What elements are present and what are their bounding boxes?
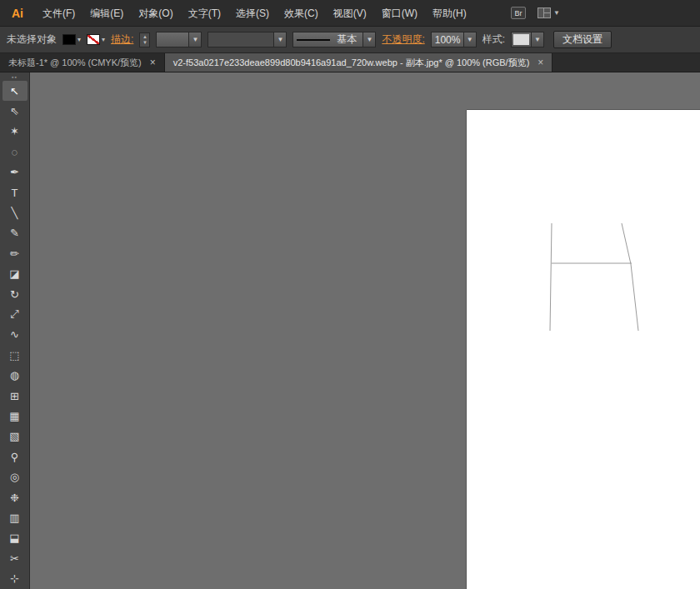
stroke-color-control[interactable]: ▾ (87, 34, 105, 45)
style-swatch (513, 34, 529, 45)
menu-item-5[interactable]: 效果(C) (277, 0, 326, 27)
bridge-icon[interactable]: Br (511, 7, 526, 19)
column-graph-tool-icon[interactable]: ▥ (2, 507, 28, 527)
control-bar: 未选择对象 ▾ ▾ 描边: ▲ ▼ ▼ ▼ 基本 ▼ 不透明度: 100% ▼ … (0, 27, 700, 53)
scale-tool-icon[interactable]: ⤢ (2, 304, 28, 324)
mesh-tool-icon[interactable]: ▦ (2, 406, 28, 426)
chevron-down-icon[interactable]: ▼ (463, 32, 476, 47)
brush-stroke-preview (297, 39, 330, 41)
menu-item-3[interactable]: 文字(T) (181, 0, 228, 27)
tab-v2-webp-copy[interactable]: v2-f53a0217e233deae899d80b9416a91ad_720w… (165, 53, 553, 72)
blend-tool-icon[interactable]: ◎ (2, 467, 28, 487)
style-combo[interactable]: ▼ (511, 32, 544, 47)
selection-status-label: 未选择对象 (7, 32, 57, 47)
paintbrush-tool-icon[interactable]: ✎ (2, 223, 28, 243)
artboard-tool-icon[interactable]: ⬓ (2, 528, 28, 548)
menu-item-7[interactable]: 窗口(W) (374, 0, 425, 27)
chevron-down-icon[interactable]: ▼ (188, 32, 201, 47)
menubar-items: 文件(F)编辑(E)对象(O)文字(T)选择(S)效果(C)视图(V)窗口(W)… (35, 0, 474, 27)
stepper-up-icon[interactable]: ▲ (142, 34, 148, 40)
workspace-icon (538, 7, 551, 18)
shape-builder-tool-icon[interactable]: ◍ (2, 365, 28, 385)
eraser-tool-icon[interactable]: ◪ (2, 264, 28, 284)
brush-definition-combo[interactable]: 基本 ▼ (292, 32, 376, 47)
chevron-down-icon[interactable]: ▼ (362, 32, 375, 47)
brush-definition-value: 基本 (333, 32, 362, 47)
tab-untitled-1[interactable]: 未标题-1* @ 100% (CMYK/预览) × (0, 53, 165, 72)
stroke-none-swatch[interactable] (87, 34, 100, 45)
free-transform-tool-icon[interactable]: ⬚ (2, 345, 28, 365)
menu-item-0[interactable]: 文件(F) (35, 0, 82, 27)
chevron-down-icon[interactable]: ▼ (531, 32, 543, 47)
close-icon[interactable]: × (148, 57, 156, 68)
document-setup-button[interactable]: 文档设置 (553, 31, 612, 48)
artboard[interactable] (467, 110, 700, 589)
pencil-tool-icon[interactable]: ✏ (2, 243, 28, 263)
eyedropper-tool-icon[interactable]: ⚲ (2, 447, 28, 467)
tools-panel: ▪▪ ↖⇖✶◌✒T╲✎✏◪↻⤢∿⬚◍⊞▦▧⚲◎❉▥⬓✂⊹ (0, 72, 30, 589)
perspective-grid-tool-icon[interactable]: ⊞ (2, 386, 28, 406)
chevron-down-icon[interactable]: ▼ (273, 32, 286, 47)
hand-tool-icon[interactable]: ⊹ (2, 568, 28, 588)
stroke-panel-link[interactable]: 描边: (111, 32, 133, 47)
opacity-value: 100% (432, 34, 463, 46)
fill-swatch[interactable] (62, 34, 76, 45)
menubar-right: Br ▼ (511, 7, 693, 19)
menu-item-6[interactable]: 视图(V) (326, 0, 374, 27)
artboard-drawing (467, 110, 700, 589)
workspace-switcher[interactable]: ▼ (538, 7, 560, 18)
stroke-weight-combo[interactable]: ▼ (156, 32, 202, 47)
slice-tool-icon[interactable]: ✂ (2, 548, 28, 568)
variable-width-profile-combo[interactable]: ▼ (208, 32, 287, 47)
menu-bar: Ai 文件(F)编辑(E)对象(O)文字(T)选择(S)效果(C)视图(V)窗口… (0, 0, 700, 27)
fill-color-control[interactable]: ▾ (62, 34, 81, 45)
magic-wand-tool-icon[interactable]: ✶ (2, 122, 28, 142)
stepper-down-icon[interactable]: ▼ (142, 40, 148, 46)
opacity-panel-link[interactable]: 不透明度: (382, 32, 424, 47)
type-tool-icon[interactable]: T (2, 182, 28, 202)
app-logo: Ai (7, 3, 28, 23)
selection-tool-icon[interactable]: ↖ (2, 81, 28, 101)
tab-title: v2-f53a0217e233deae899d80b9416a91ad_720w… (173, 57, 530, 69)
menu-item-8[interactable]: 帮助(H) (425, 0, 474, 27)
tab-title: 未标题-1* @ 100% (CMYK/预览) (8, 57, 142, 69)
main-area: ▪▪ ↖⇖✶◌✒T╲✎✏◪↻⤢∿⬚◍⊞▦▧⚲◎❉▥⬓✂⊹ (0, 72, 700, 589)
direct-selection-tool-icon[interactable]: ⇖ (2, 101, 28, 121)
rotate-tool-icon[interactable]: ↻ (2, 284, 28, 304)
opacity-combo[interactable]: 100% ▼ (431, 32, 477, 47)
menu-item-4[interactable]: 选择(S) (228, 0, 277, 27)
toolbar-collapse-button[interactable]: ▪▪ (0, 73, 29, 81)
line-segment-tool-icon[interactable]: ╲ (2, 202, 28, 222)
tool-list: ↖⇖✶◌✒T╲✎✏◪↻⤢∿⬚◍⊞▦▧⚲◎❉▥⬓✂⊹ (2, 81, 28, 589)
symbol-sprayer-tool-icon[interactable]: ❉ (2, 487, 28, 507)
canvas[interactable] (30, 72, 700, 589)
lasso-tool-icon[interactable]: ◌ (2, 142, 28, 162)
chevron-down-icon[interactable]: ▾ (78, 36, 81, 43)
chevron-down-icon[interactable]: ▾ (102, 36, 105, 43)
stroke-weight-stepper[interactable]: ▲ ▼ (139, 32, 150, 47)
gradient-tool-icon[interactable]: ▧ (2, 427, 28, 447)
chevron-down-icon: ▼ (553, 9, 560, 17)
document-tab-bar: 未标题-1* @ 100% (CMYK/预览) × v2-f53a0217e23… (0, 53, 700, 72)
style-label: 样式: (482, 32, 505, 47)
menu-item-2[interactable]: 对象(O) (131, 0, 180, 27)
close-icon[interactable]: × (536, 57, 543, 68)
pen-tool-icon[interactable]: ✒ (2, 162, 28, 182)
width-tool-icon[interactable]: ∿ (2, 325, 28, 345)
menu-item-1[interactable]: 编辑(E) (82, 0, 131, 27)
